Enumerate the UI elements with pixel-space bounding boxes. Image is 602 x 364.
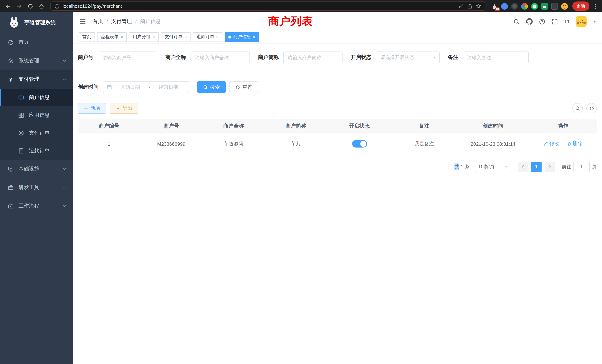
sidebar-item-app-info[interactable]: 应用信息 (0, 106, 73, 124)
avatar-caret-down-icon[interactable] (593, 21, 596, 22)
next-page-button[interactable] (545, 161, 555, 172)
field-label: 商户简称 (258, 54, 279, 61)
close-icon[interactable] (184, 35, 187, 39)
remark-input[interactable] (463, 52, 529, 63)
chevron-right-icon (548, 164, 552, 169)
tab-pay-orders[interactable]: 支付订单 (161, 32, 191, 42)
column-header: 商户简称 (265, 119, 327, 133)
close-icon[interactable] (120, 35, 123, 39)
page-number-button[interactable]: 1 (531, 161, 542, 172)
extension-icon[interactable] (501, 3, 508, 10)
help-icon[interactable] (539, 18, 545, 25)
field-label: 商户全称 (165, 54, 186, 61)
extension-icon[interactable] (521, 3, 528, 10)
grid-icon (18, 112, 24, 118)
sidebar-item-pay-orders[interactable]: 支付订单 (0, 124, 73, 142)
full-name-input[interactable] (191, 52, 250, 63)
tab-merchant-info[interactable]: 商户信息 (225, 32, 259, 42)
tab-label: 流程表单 (101, 34, 119, 40)
toggle-search-button[interactable] (572, 103, 583, 113)
app-logo[interactable]: 芋道管理系统 (0, 12, 73, 33)
sidebar-item-dev-tools[interactable]: 研发工具 (0, 178, 73, 197)
page-size-value: 10条/页 (478, 163, 494, 170)
github-icon[interactable] (526, 18, 533, 25)
user-avatar[interactable] (576, 16, 587, 27)
browser-reload-button[interactable] (25, 1, 36, 11)
navbar-actions (513, 16, 596, 27)
tab-home[interactable]: 首页 (79, 32, 95, 42)
cell-status (327, 133, 392, 155)
close-icon[interactable] (253, 35, 255, 39)
fullscreen-icon[interactable] (552, 18, 558, 25)
profile-avatar-icon[interactable] (561, 3, 568, 10)
address-bar[interactable]: localhost:1024/pay/merchant (50, 1, 485, 11)
page-content: 商户号 商户全称 商户简称 开启状态 请选择开启状态 (73, 43, 602, 172)
browser-update-button[interactable]: 更新 (572, 1, 589, 11)
sidebar-item-infrastructure[interactable]: 基础设施 (0, 160, 73, 178)
field-label: 商户号 (78, 54, 93, 61)
breadcrumb-current: 商户信息 (140, 18, 161, 25)
breadcrumb-home[interactable]: 首页 (93, 18, 103, 25)
jump-page-input[interactable] (573, 161, 590, 172)
extensions-badge: 10 (494, 7, 500, 11)
sidebar-item-label: 应用信息 (29, 112, 50, 119)
sidebar-item-system[interactable]: 系统管理 (0, 52, 73, 70)
font-size-icon[interactable] (564, 19, 569, 24)
filter-status: 开启状态 请选择开启状态 (351, 52, 440, 63)
browser-back-button[interactable] (3, 1, 13, 11)
tab-refund-orders[interactable]: 退款订单 (193, 32, 222, 42)
extension-icon[interactable] (511, 3, 518, 10)
page-size-select[interactable]: 10条/页 (475, 161, 511, 172)
site-info-icon[interactable] (54, 3, 60, 9)
tab-user-group[interactable]: 用户分组 (129, 32, 159, 42)
sidebar-collapse-icon[interactable] (79, 17, 87, 26)
select-placeholder: 请选择开启状态 (380, 54, 414, 61)
extensions-puzzle-icon[interactable]: 10 (491, 3, 498, 10)
browser-home-button[interactable] (36, 1, 47, 11)
prev-page-button[interactable] (518, 161, 528, 172)
end-date-placeholder: 结束日期 (152, 84, 185, 90)
close-icon[interactable] (216, 35, 219, 39)
sidebar-item-merchant-info[interactable]: 商户信息 (0, 89, 73, 106)
share-icon[interactable] (467, 3, 473, 9)
extension-icon[interactable] (551, 3, 558, 10)
sidebar-item-payment[interactable]: ¥ 支付管理 (0, 70, 73, 89)
close-icon[interactable] (152, 35, 155, 39)
search-icon[interactable] (513, 18, 520, 25)
browser-forward-button[interactable] (14, 1, 24, 11)
short-name-input[interactable] (283, 52, 343, 63)
date-range-picker[interactable]: 开始日期 - 结束日期 (103, 81, 189, 93)
bookmark-star-icon[interactable] (476, 3, 481, 9)
tab-process-form[interactable]: 流程表单 (97, 32, 127, 42)
back-icon (5, 3, 11, 9)
reset-button[interactable]: 重置 (229, 81, 258, 93)
button-label: 导出 (123, 105, 132, 112)
extension-icon[interactable] (541, 3, 548, 10)
sidebar-item-workflow[interactable]: 工作流程 (0, 197, 73, 215)
table-header-row: 商户编号 商户号 商户全称 商户简称 开启状态 备注 创建时间 操作 (78, 119, 597, 133)
browser-menu-icon[interactable]: ⋮ (592, 3, 599, 10)
export-button[interactable]: 导出 (110, 103, 138, 114)
add-button[interactable]: 新增 (78, 103, 106, 114)
breadcrumb-separator: / (135, 19, 137, 24)
start-date-placeholder: 开始日期 (113, 84, 147, 90)
sidebar-item-refund-orders[interactable]: 退款订单 (0, 142, 73, 160)
merchant-no-input[interactable] (98, 52, 157, 63)
status-toggle[interactable] (352, 140, 367, 148)
status-select[interactable]: 请选择开启状态 (376, 52, 440, 63)
breadcrumb-payment[interactable]: 支付管理 (111, 18, 132, 25)
edit-link[interactable]: 修改 (544, 140, 559, 147)
refresh-table-button[interactable] (586, 103, 597, 113)
tab-label: 商户信息 (233, 34, 251, 40)
trash-icon (567, 142, 572, 146)
delete-link[interactable]: 删除 (567, 140, 582, 147)
search-button[interactable]: 搜索 (197, 81, 226, 93)
extension-icon[interactable] (531, 3, 538, 10)
screen: localhost:1024/pay/merchant 10 (0, 0, 602, 364)
sidebar-item-label: 首页 (19, 39, 29, 46)
chevron-down-icon (62, 204, 67, 208)
chevron-left-icon (521, 164, 525, 169)
sidebar-item-home[interactable]: 首页 (0, 33, 73, 52)
password-key-icon[interactable] (459, 3, 464, 9)
chevron-down-icon (505, 166, 508, 168)
